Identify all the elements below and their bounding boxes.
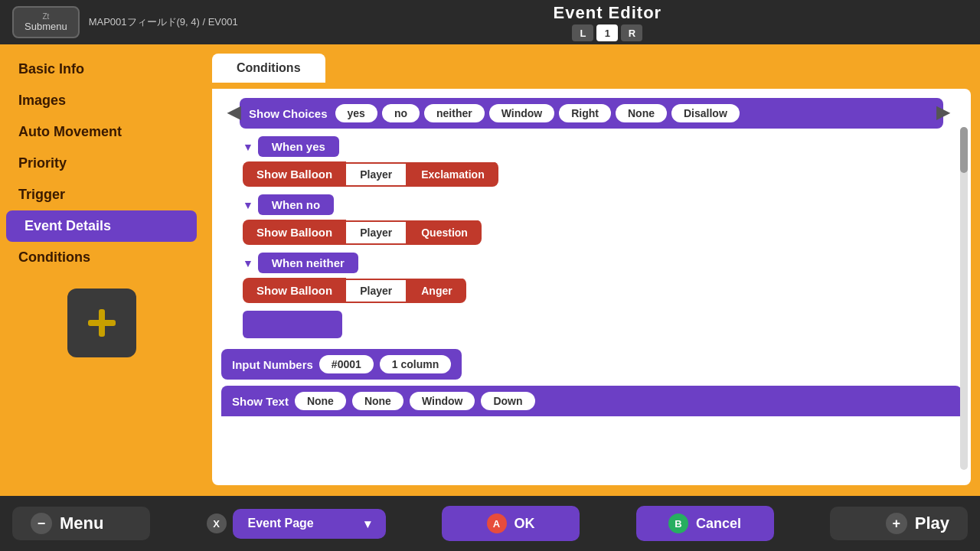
page-nav: L 1 R (247, 24, 968, 41)
tab-conditions[interactable]: Conditions (212, 54, 325, 83)
cancel-button[interactable]: B Cancel (636, 506, 774, 541)
choice-no-btn[interactable]: no (382, 104, 420, 122)
svg-rect-1 (88, 320, 116, 326)
play-area: + Play (830, 507, 968, 540)
input-numbers-param2: 1 column (380, 355, 451, 373)
sidebar-item-event-details[interactable]: Event Details (6, 210, 197, 242)
sidebar-item-conditions[interactable]: Conditions (0, 242, 203, 273)
choice-neither-btn[interactable]: neither (424, 104, 485, 122)
scrollbar-thumb[interactable] (960, 127, 968, 173)
when-neither-label: When neither (258, 253, 358, 273)
input-numbers-label: Input Numbers (232, 358, 313, 371)
tool-icon (85, 306, 119, 340)
when-yes-header: ▼ When yes (243, 136, 962, 157)
when-yes-action-label: Show Balloon (243, 161, 346, 187)
sidebar-icon-box (67, 289, 136, 357)
when-neither-block: ▼ When neither Show Balloon Player Anger (221, 253, 962, 303)
menu-area: − Menu (12, 507, 150, 540)
show-text-param1: None (295, 392, 346, 410)
event-page-button[interactable]: Event Page ▾ (233, 509, 386, 539)
play-label: Play (915, 514, 949, 533)
when-no-param1: Player (346, 220, 407, 245)
x-badge: X (207, 514, 227, 533)
choice-none-btn[interactable]: None (616, 104, 667, 122)
when-no-expand-arrow[interactable]: ▼ (243, 199, 253, 211)
top-bar: Zt Submenu MAP001フィールド(9, 4) / EV001 Eve… (0, 0, 980, 44)
when-yes-expand-arrow[interactable]: ▼ (243, 141, 253, 153)
show-text-param3: Window (410, 392, 475, 410)
when-no-block: ▼ When no Show Balloon Player Question (221, 194, 962, 245)
when-neither-action-row: Show Balloon Player Anger (243, 278, 466, 303)
bottom-bar: − Menu X Event Page ▾ A OK B Cancel + Pl… (0, 496, 980, 551)
submenu-button[interactable]: Zt Submenu (12, 6, 80, 38)
when-no-header: ▼ When no (243, 194, 962, 215)
when-yes-param1: Player (346, 162, 407, 187)
ok-button[interactable]: A OK (442, 506, 580, 541)
cancel-label: Cancel (696, 516, 741, 532)
event-page-label: Event Page (248, 517, 314, 530)
when-yes-block: ▼ When yes Show Balloon Player Exclamati… (221, 136, 962, 187)
when-yes-action-row: Show Balloon Player Exclamation (243, 161, 498, 187)
submenu-label: Submenu (24, 21, 67, 32)
editor-panel: ◀ ▶ Show Choices yes no neither Window R… (212, 89, 971, 485)
when-no-action-row: Show Balloon Player Question (243, 220, 482, 245)
sidebar-item-images[interactable]: Images (0, 85, 203, 116)
choice-disallow-btn[interactable]: Disallow (671, 104, 740, 122)
sidebar-item-auto-movement[interactable]: Auto Movement (0, 116, 203, 148)
page-num-button[interactable]: 1 (596, 24, 618, 41)
show-text-label: Show Text (232, 395, 289, 408)
page-r-button[interactable]: R (621, 24, 642, 41)
when-no-action-label: Show Balloon (243, 220, 346, 245)
choice-window-btn[interactable]: Window (489, 104, 555, 122)
when-no-label: When no (258, 194, 334, 215)
menu-label: Menu (60, 514, 103, 533)
minus-button[interactable]: − (31, 513, 52, 534)
sidebar-item-trigger[interactable]: Trigger (0, 179, 203, 210)
empty-indent-block (243, 311, 342, 338)
nav-left-arrow[interactable]: ◀ (221, 99, 247, 126)
show-text-param2: None (352, 392, 403, 410)
scrollbar[interactable] (960, 127, 968, 470)
when-neither-param2: Anger (407, 279, 466, 303)
choice-yes-btn[interactable]: yes (335, 104, 377, 122)
ok-label: OK (514, 516, 535, 532)
when-neither-action-label: Show Balloon (243, 278, 346, 303)
show-text-param4: Down (481, 392, 534, 410)
input-numbers-param1: #0001 (319, 355, 374, 373)
when-no-param2: Question (407, 220, 482, 245)
show-text-row: Show Text None None Window Down (221, 386, 962, 416)
choice-right-btn[interactable]: Right (559, 104, 611, 122)
title-area: Event Editor L 1 R (247, 3, 968, 41)
event-page-area: X Event Page ▾ (207, 509, 386, 539)
submenu-zt: Zt (42, 12, 49, 21)
tab-bar: Conditions (212, 54, 971, 83)
breadcrumb: MAP001フィールド(9, 4) / EV001 (89, 15, 238, 29)
when-yes-param2: Exclamation (407, 162, 498, 187)
input-numbers-row: Input Numbers #0001 1 column (221, 349, 462, 380)
when-yes-label: When yes (258, 136, 339, 157)
b-badge: B (668, 514, 688, 533)
sidebar-item-basic-info[interactable]: Basic Info (0, 54, 203, 85)
when-neither-param1: Player (346, 279, 407, 303)
content-area: Conditions ◀ ▶ Show Choices yes no neith… (203, 44, 980, 496)
nav-right-arrow[interactable]: ▶ (930, 99, 956, 126)
sidebar: Basic Info Images Auto Movement Priority… (0, 44, 203, 496)
a-badge: A (487, 514, 507, 533)
main-layout: Basic Info Images Auto Movement Priority… (0, 44, 980, 496)
when-neither-expand-arrow[interactable]: ▼ (243, 257, 253, 269)
page-title: Event Editor (247, 3, 968, 23)
page-l-button[interactable]: L (572, 24, 593, 41)
chevron-down-icon: ▾ (364, 517, 371, 531)
show-choices-label: Show Choices (249, 107, 328, 120)
when-neither-header: ▼ When neither (243, 253, 962, 273)
plus-button[interactable]: + (886, 513, 907, 534)
show-choices-bar: Show Choices yes no neither Window Right… (240, 98, 943, 129)
sidebar-item-priority[interactable]: Priority (0, 148, 203, 179)
